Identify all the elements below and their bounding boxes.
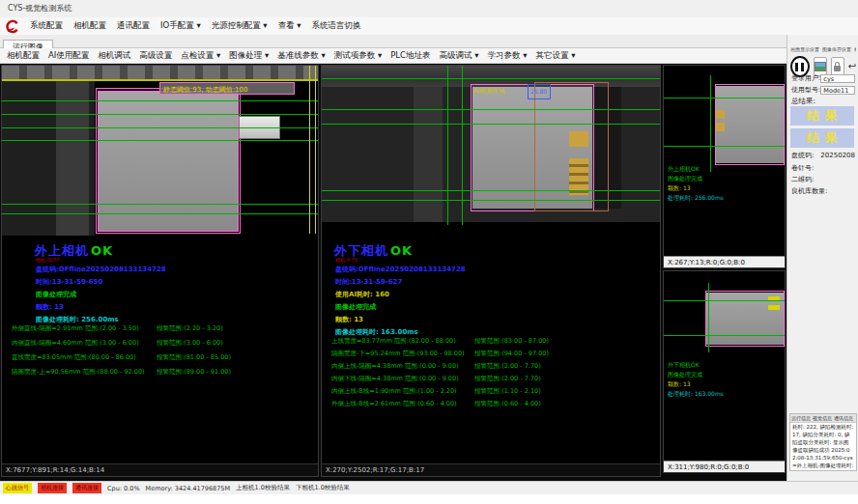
camera-view-upper[interactable]: 静态阈值:93, 动态阈值:100 外上相机OK 相机:0177 盘统码:OFf… xyxy=(1,65,319,477)
measurement-row: 内侧上线-B线=1.90mm 范围:(1.00 - 2.20) xyxy=(331,387,457,396)
thumb-line: 图像处理完成 xyxy=(668,174,724,183)
menu-item-view[interactable]: 查看 ▾ xyxy=(278,20,301,32)
setting-link[interactable]: 检测保存设置 xyxy=(854,46,856,52)
toolbar-other-settings[interactable]: 其它设置 ▾ xyxy=(535,50,575,62)
measurement-row: 内侧上线-隔圈=4.38mm 范围:(0.00 - 9.00) xyxy=(331,362,459,371)
measure-vline xyxy=(710,75,711,172)
thumb-line: 外下相机OK xyxy=(668,360,724,370)
thumbnail-view-1[interactable]: 外上相机OK 图像处理完成 颗数: 13 处理耗时: 256.00ms X:26… xyxy=(663,65,786,268)
upper-camera-check-result[interactable]: 上相机1.0校验结果 xyxy=(236,484,290,492)
tray-code-row: 盘统码: 20250208 xyxy=(791,151,855,160)
measure-line xyxy=(2,114,318,115)
toolbar-learning-params[interactable]: 学习参数 ▾ xyxy=(487,50,527,62)
log-tab-vision[interactable]: 视觉信息 xyxy=(813,415,832,421)
menu-item-io-config[interactable]: IO手配置 ▾ xyxy=(160,20,201,32)
log-text: 耗时: 222, 缺陷检测耗时: 17, 缺陷分类耗时: 0, 缺陷提取分类耗时… xyxy=(790,423,856,471)
camera-connection-badge: 相机连接 xyxy=(38,483,67,493)
alarm-range: 报警范围:(3.00 - 6.00) xyxy=(157,339,223,348)
lower-camera-check-result[interactable]: 下相机1.0校验结果 xyxy=(296,484,350,492)
log-panel: 运行信息 视觉信息 通讯信息 耗时: 222, 缺陷检测耗时: 17, 缺陷分类… xyxy=(789,413,857,471)
measurement-row: 直线宽度=83.05mm 范围:(80.00 - 86.00) xyxy=(12,353,136,362)
thumb-line: 处理耗时: 256.00ms xyxy=(668,193,724,203)
roi-rect xyxy=(715,84,785,165)
login-user-input[interactable]: cys xyxy=(820,74,855,83)
total-result-label: 总结果: xyxy=(791,97,815,106)
menu-item-light-config[interactable]: 光源控制配置 ▾ xyxy=(212,20,268,32)
tab-strip: 运行图像 xyxy=(0,35,858,48)
measurement-row: 隔圈宽度-下=95.24mm 范围:(93.00 - 98.00) xyxy=(331,350,465,358)
panel-top-settings: 画面显示设置 图像保存设置 检测保存设置 xyxy=(790,46,856,52)
camera-view-lower[interactable]: 26.80 AI检测区域 外下相机OK 相机:0;70 盘统码:OFfline2… xyxy=(321,65,661,477)
menu-item-system-config[interactable]: 系统配置 xyxy=(30,20,63,32)
menu-item-language-switch[interactable]: 系统语言切换 xyxy=(312,20,361,32)
login-user-row: 登录用户: cys xyxy=(791,73,855,83)
app-logo-icon xyxy=(5,19,19,34)
ai-region-label: AI检测区域 xyxy=(473,87,504,96)
gold-contact xyxy=(716,110,725,119)
threshold-label-box: 静态阈值:93, 动态阈值:100 xyxy=(159,82,295,95)
measure-line xyxy=(664,335,785,336)
thumbnail-view-2[interactable]: 外下相机OK 图像处理完成 颗数: 13 处理耗时: 163.00ms X:31… xyxy=(663,270,786,473)
measure-line xyxy=(322,200,660,201)
menu-item-camera-config[interactable]: 相机配置 xyxy=(73,20,106,32)
setting-link[interactable]: 画面显示设置 xyxy=(790,46,819,52)
measure-line xyxy=(322,78,660,79)
setting-link[interactable]: 图像保存设置 xyxy=(822,46,851,52)
measure-vline xyxy=(447,66,448,225)
toolbar-advanced-debug[interactable]: 高级调试 ▾ xyxy=(440,50,479,62)
overlay-barcode: 盘统码:OFfline20250208133134728 xyxy=(36,265,166,274)
thumb-line: 图像处理完成 xyxy=(668,370,724,379)
model-input[interactable]: Mode11 xyxy=(820,86,855,95)
blue-roi-rect: 26.80 xyxy=(528,84,551,99)
overlay-count: 颗数: 13 xyxy=(335,315,363,324)
alarm-range: 报警范围:(89.00 - 91.00) xyxy=(157,368,231,377)
measure-line xyxy=(664,146,785,147)
log-tab-run[interactable]: 运行信息 xyxy=(791,415,811,421)
thumb-line: 处理耗时: 163.00ms xyxy=(668,389,724,399)
pixel-coordinates: X:311;Y:980;R:0;G:0;B:0 xyxy=(664,461,785,473)
model-label: 使用型号: xyxy=(791,85,820,95)
toolbar-plc-address-table[interactable]: PLC地址表 xyxy=(390,50,430,62)
thumb-line: 外上相机OK xyxy=(668,164,724,174)
toolbar-advanced-settings[interactable]: 高级设置 xyxy=(139,50,172,62)
window-title: CYS-视觉检测系统 xyxy=(8,4,72,13)
pause-icon xyxy=(801,63,804,71)
toolbar-test-params[interactable]: 测试项参数 ▾ xyxy=(334,50,382,62)
alarm-range: 报警范围:(94.00 - 97.00) xyxy=(474,350,549,358)
reel-number-label: 卷针号: xyxy=(791,163,814,173)
overlay-process-done: 图像处理完成 xyxy=(36,290,76,299)
overlay-ai-time: 使用AI耗时: 160 xyxy=(335,290,389,299)
result-display-upper: 结果 xyxy=(790,106,854,126)
toolbar-image-processing[interactable]: 图像处理 ▾ xyxy=(229,50,269,62)
qr-code-label: 二维码: xyxy=(791,175,814,184)
measure-vline xyxy=(462,66,463,225)
heartbeat-status-badge: 心跳信号 xyxy=(3,483,32,493)
defect-marker xyxy=(768,305,780,310)
toolbar-camera-debug[interactable]: 相机调试 xyxy=(98,50,130,62)
menu-item-comm-config[interactable]: 通讯配置 xyxy=(117,20,150,32)
thumbnail-info: 外上相机OK 图像处理完成 颗数: 13 处理耗时: 256.00ms xyxy=(668,164,724,203)
tray-code-label: 盘统码: xyxy=(791,151,814,160)
measure-line xyxy=(322,124,660,125)
undo-button[interactable]: ↩ xyxy=(848,62,856,71)
measure-line xyxy=(322,190,660,191)
alarm-range: 报警范围:(2.00 - 7.70) xyxy=(474,362,541,371)
machine-stripe xyxy=(414,87,443,222)
measure-line xyxy=(2,213,318,214)
alarm-range: 报警范围:(2.20 - 3.20) xyxy=(157,324,223,333)
machine-left-stripe xyxy=(56,81,89,236)
overlay-count: 颗数: 13 xyxy=(36,302,64,312)
threshold-label: 静态阈值:93, 动态阈值:100 xyxy=(163,85,247,95)
toolbar-camera-config[interactable]: 相机配置 xyxy=(7,50,40,62)
toolbar: 相机配置 AI使用配置 相机调试 高级设置 点检设置 ▾ 图像处理 ▾ 基准线参… xyxy=(0,48,786,64)
pixel-coordinates: X:267;Y:13;R:0;G:0;B:0 xyxy=(664,256,785,268)
image-icon xyxy=(815,62,826,71)
toolbar-ai-config[interactable]: AI使用配置 xyxy=(48,50,89,62)
window-titlebar: CYS-视觉检测系统 xyxy=(0,0,858,17)
toolbar-spotcheck-settings[interactable]: 点检设置 ▾ xyxy=(181,50,220,62)
alarm-range: 报警范围:(0.60 - 4.00) xyxy=(474,400,541,408)
log-tab-comm[interactable]: 通讯信息 xyxy=(834,415,853,421)
ai-roi-rect-orange xyxy=(534,82,609,211)
overlay-process-time: 图像处理耗时: 256.00ms xyxy=(36,315,119,324)
toolbar-baseline-params[interactable]: 基准线参数 ▾ xyxy=(277,50,325,62)
